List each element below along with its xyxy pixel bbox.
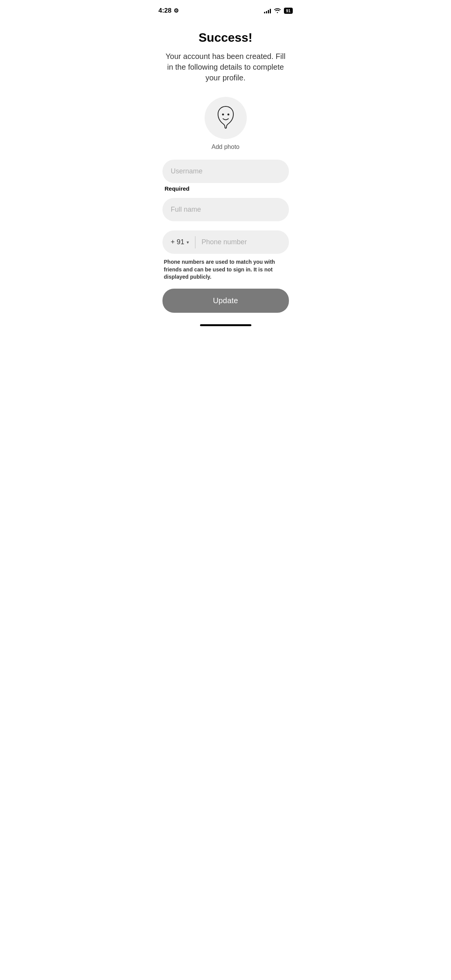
time-display: 4:28 (159, 7, 172, 15)
avatar[interactable] (205, 97, 247, 139)
phone-row: + 91 ▾ (162, 230, 289, 254)
main-content: Success! Your account has been created. … (151, 19, 300, 289)
battery-level: 91 (286, 8, 290, 13)
battery-icon: 91 (284, 8, 292, 14)
phone-input[interactable] (195, 230, 289, 254)
avatar-container[interactable]: Add photo (205, 97, 247, 150)
status-icons: 91 (264, 8, 292, 14)
avatar-face-icon (214, 105, 237, 131)
wifi-icon (274, 8, 281, 14)
status-bar: 4:28 ⚙ 91 (151, 0, 300, 19)
bottom-section: Update (151, 289, 300, 320)
page-subtitle: Your account has been created. Fill in t… (162, 51, 289, 83)
page-title: Success! (198, 31, 253, 45)
country-code-selector[interactable]: + 91 ▾ (162, 230, 195, 254)
form-section: Required + 91 ▾ Phone numbers are used t… (162, 160, 289, 281)
phone-helper-text: Phone numbers are used to match you with… (162, 258, 289, 281)
status-time: 4:28 ⚙ (159, 7, 179, 15)
username-input[interactable] (162, 160, 289, 183)
gear-icon: ⚙ (174, 7, 179, 14)
update-button[interactable]: Update (162, 289, 289, 313)
home-indicator (200, 324, 251, 326)
svg-point-1 (227, 114, 229, 116)
username-error: Required (162, 185, 289, 192)
chevron-down-icon: ▾ (187, 240, 189, 245)
add-photo-label: Add photo (212, 144, 239, 150)
svg-point-0 (222, 114, 224, 116)
fullname-input[interactable] (162, 198, 289, 221)
signal-bars-icon (264, 8, 271, 13)
country-code-value: + 91 (171, 238, 185, 246)
